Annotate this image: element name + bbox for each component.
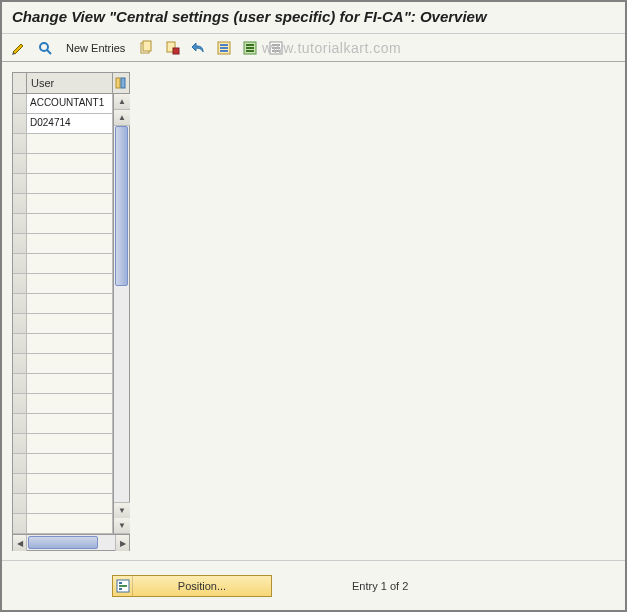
table-row[interactable] bbox=[13, 474, 113, 494]
undo-icon[interactable] bbox=[187, 38, 209, 58]
row-selector[interactable] bbox=[13, 354, 27, 373]
user-cell[interactable] bbox=[27, 494, 113, 513]
user-cell[interactable] bbox=[27, 474, 113, 493]
table-row[interactable] bbox=[13, 514, 113, 534]
row-selector[interactable] bbox=[13, 274, 27, 293]
select-all-icon[interactable] bbox=[213, 38, 235, 58]
table-row[interactable] bbox=[13, 374, 113, 394]
table-row[interactable] bbox=[13, 294, 113, 314]
scroll-down-icon[interactable]: ▼ bbox=[114, 518, 130, 534]
row-selector[interactable] bbox=[13, 234, 27, 253]
svg-rect-11 bbox=[246, 44, 254, 46]
entry-counter: Entry 1 of 2 bbox=[352, 580, 408, 592]
row-selector[interactable] bbox=[13, 374, 27, 393]
table-row[interactable]: D024714 bbox=[13, 114, 113, 134]
scroll-right-icon[interactable]: ▶ bbox=[115, 535, 129, 551]
user-cell[interactable] bbox=[27, 354, 113, 373]
user-cell[interactable] bbox=[27, 234, 113, 253]
row-selector[interactable] bbox=[13, 474, 27, 493]
table-row[interactable] bbox=[13, 354, 113, 374]
row-selector[interactable] bbox=[13, 434, 27, 453]
scroll-left-icon[interactable]: ◀ bbox=[13, 535, 27, 551]
user-cell[interactable] bbox=[27, 314, 113, 333]
scroll-thumb[interactable] bbox=[115, 126, 128, 286]
table-row[interactable] bbox=[13, 214, 113, 234]
row-selector[interactable] bbox=[13, 454, 27, 473]
table-row[interactable] bbox=[13, 254, 113, 274]
user-cell[interactable] bbox=[27, 334, 113, 353]
svg-rect-16 bbox=[272, 47, 280, 49]
user-cell[interactable] bbox=[27, 294, 113, 313]
user-cell[interactable] bbox=[27, 214, 113, 233]
toggle-change-icon[interactable] bbox=[8, 38, 30, 58]
hscroll-track[interactable] bbox=[27, 535, 115, 550]
svg-line-1 bbox=[47, 50, 51, 54]
user-cell[interactable] bbox=[27, 274, 113, 293]
row-selector[interactable] bbox=[13, 114, 27, 133]
row-selector[interactable] bbox=[13, 154, 27, 173]
user-cell[interactable] bbox=[27, 454, 113, 473]
user-cell[interactable] bbox=[27, 414, 113, 433]
details-icon[interactable] bbox=[34, 38, 56, 58]
deselect-all-icon[interactable] bbox=[265, 38, 287, 58]
svg-rect-18 bbox=[116, 78, 120, 88]
table-row[interactable] bbox=[13, 454, 113, 474]
position-button[interactable]: Position... bbox=[112, 575, 272, 597]
table-settings-icon[interactable] bbox=[113, 73, 129, 93]
table-row[interactable] bbox=[13, 494, 113, 514]
row-selector[interactable] bbox=[13, 414, 27, 433]
svg-rect-19 bbox=[121, 78, 125, 88]
row-selector[interactable] bbox=[13, 94, 27, 113]
user-cell[interactable] bbox=[27, 514, 113, 533]
hscroll-thumb[interactable] bbox=[28, 536, 98, 549]
row-selector[interactable] bbox=[13, 174, 27, 193]
copy-icon[interactable] bbox=[135, 38, 157, 58]
table-row[interactable] bbox=[13, 314, 113, 334]
svg-rect-15 bbox=[272, 44, 280, 46]
table-row[interactable] bbox=[13, 174, 113, 194]
row-selector[interactable] bbox=[13, 134, 27, 153]
user-cell[interactable] bbox=[27, 154, 113, 173]
table-row[interactable] bbox=[13, 154, 113, 174]
row-selector[interactable] bbox=[13, 194, 27, 213]
user-cell[interactable] bbox=[27, 134, 113, 153]
user-cell[interactable] bbox=[27, 434, 113, 453]
scroll-track[interactable] bbox=[114, 126, 129, 502]
scroll-up-icon[interactable]: ▲ bbox=[114, 94, 130, 110]
column-header-user[interactable]: User bbox=[27, 73, 113, 93]
table-row[interactable]: ACCOUNTANT1 bbox=[13, 94, 113, 114]
row-selector[interactable] bbox=[13, 334, 27, 353]
table-corner[interactable] bbox=[13, 73, 27, 93]
table-row[interactable] bbox=[13, 434, 113, 454]
user-cell[interactable]: D024714 bbox=[27, 114, 113, 133]
position-icon bbox=[113, 576, 133, 596]
row-selector[interactable] bbox=[13, 314, 27, 333]
scroll-down-2-icon[interactable]: ▼ bbox=[114, 502, 130, 518]
new-entries-button[interactable]: New Entries bbox=[60, 38, 131, 58]
row-selector[interactable] bbox=[13, 394, 27, 413]
vertical-scrollbar[interactable]: ▲ ▲ ▼ ▼ bbox=[113, 94, 129, 534]
svg-rect-3 bbox=[143, 41, 151, 51]
table-row[interactable] bbox=[13, 334, 113, 354]
row-selector[interactable] bbox=[13, 494, 27, 513]
delete-icon[interactable] bbox=[161, 38, 183, 58]
row-selector[interactable] bbox=[13, 214, 27, 233]
horizontal-scrollbar[interactable]: ◀ ▶ bbox=[13, 534, 129, 550]
table-row[interactable] bbox=[13, 414, 113, 434]
table-row[interactable] bbox=[13, 194, 113, 214]
user-cell[interactable] bbox=[27, 254, 113, 273]
row-selector[interactable] bbox=[13, 254, 27, 273]
scroll-up-2-icon[interactable]: ▲ bbox=[114, 110, 130, 126]
table-row[interactable] bbox=[13, 134, 113, 154]
select-block-icon[interactable] bbox=[239, 38, 261, 58]
table-row[interactable] bbox=[13, 274, 113, 294]
user-cell[interactable] bbox=[27, 374, 113, 393]
table-row[interactable] bbox=[13, 234, 113, 254]
user-cell[interactable] bbox=[27, 394, 113, 413]
row-selector[interactable] bbox=[13, 514, 27, 533]
user-cell[interactable] bbox=[27, 194, 113, 213]
row-selector[interactable] bbox=[13, 294, 27, 313]
user-cell[interactable]: ACCOUNTANT1 bbox=[27, 94, 113, 113]
table-row[interactable] bbox=[13, 394, 113, 414]
user-cell[interactable] bbox=[27, 174, 113, 193]
